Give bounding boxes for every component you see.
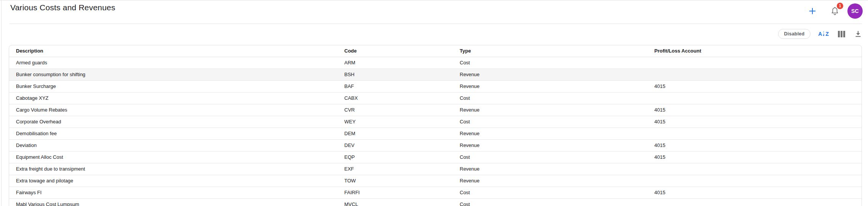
toolbar: Disabled A Z [778, 29, 862, 39]
column-header-description[interactable]: Description [9, 45, 337, 57]
cell-description: Corporate Overhead [9, 116, 337, 128]
cell-description: Fairways FI [9, 187, 337, 198]
cell-code: EXF [337, 163, 453, 175]
cell-code: WEY [337, 116, 453, 128]
cell-profit-loss-account [647, 175, 862, 187]
cell-type: Cost [453, 198, 647, 206]
cell-profit-loss-account: 4015 [647, 139, 862, 151]
table-row[interactable]: Armed guardsARMCost [9, 57, 862, 69]
cell-code: EQP [337, 151, 453, 163]
cell-description: Bunker Surcharge [9, 80, 337, 92]
cell-code: ARM [337, 57, 453, 69]
cell-description: Extra towage and pilotage [9, 175, 337, 187]
sort-letter-z: Z [825, 31, 829, 37]
avatar[interactable]: SC [847, 3, 863, 19]
data-table: Description Code Type Profit/Loss Accoun… [9, 45, 862, 206]
cell-type: Cost [453, 151, 647, 163]
cell-profit-loss-account: 4015 [647, 104, 862, 116]
table-row[interactable]: Corporate OverheadWEYCost4015 [9, 116, 862, 128]
cell-description: Extra freight due to transipment [9, 163, 337, 175]
cell-type: Cost [453, 116, 647, 128]
cell-type: Revenue [453, 80, 647, 92]
table-row[interactable]: Cabotage XYZCABXCost [9, 92, 862, 104]
column-header-profit-loss-account[interactable]: Profit/Loss Account [647, 45, 862, 57]
cell-profit-loss-account: 4015 [647, 116, 862, 128]
cell-description: Cargo Volume Rebates [9, 104, 337, 116]
cell-description: Equipment Alloc Cost [9, 151, 337, 163]
cell-profit-loss-account: 4015 [647, 80, 862, 92]
table-row[interactable]: Extra freight due to transipmentEXFReven… [9, 163, 862, 175]
cell-code: BAF [337, 80, 453, 92]
column-header-type[interactable]: Type [453, 45, 647, 57]
cell-type: Revenue [453, 163, 647, 175]
cell-profit-loss-account: 4015 [647, 187, 862, 198]
title-divider [10, 24, 862, 24]
table-row[interactable]: Mabl Various Cost LumpsumMVCLCost [9, 198, 862, 206]
sort-arrow-icon [822, 30, 825, 37]
cell-description: Demobilisation fee [9, 128, 337, 139]
cell-type: Revenue [453, 69, 647, 80]
page-title: Various Costs and Revenues [10, 3, 115, 12]
cell-code: MVCL [337, 198, 453, 206]
cell-profit-loss-account [647, 92, 862, 104]
cell-code: TOW [337, 175, 453, 187]
table-row[interactable]: Fairways FIFAIRFICost4015 [9, 187, 862, 198]
cell-type: Revenue [453, 104, 647, 116]
download-icon [854, 30, 862, 38]
column-header-code[interactable]: Code [337, 45, 453, 57]
cell-code: FAIRFI [337, 187, 453, 198]
table-row[interactable]: Equipment Alloc CostEQPCost4015 [9, 151, 862, 163]
cell-description: Mabl Various Cost Lumpsum [9, 198, 337, 206]
cell-description: Bunker consumption for shifting [9, 69, 337, 80]
table-row[interactable]: Demobilisation feeDEMRevenue [9, 128, 862, 139]
cell-code: CABX [337, 92, 453, 104]
table-row[interactable]: DeviationDEVRevenue4015 [9, 139, 862, 151]
columns-button[interactable] [838, 31, 845, 37]
sort-letter-a: A [818, 31, 822, 37]
cell-type: Revenue [453, 128, 647, 139]
cell-profit-loss-account [647, 198, 862, 206]
cell-description: Deviation [9, 139, 337, 151]
table-row[interactable]: Bunker SurchargeBAFRevenue4015 [9, 80, 862, 92]
cell-code: DEM [337, 128, 453, 139]
cell-profit-loss-account [647, 69, 862, 80]
table-row[interactable]: Cargo Volume RebatesCVRRevenue4015 [9, 104, 862, 116]
cell-description: Armed guards [9, 57, 337, 69]
cell-profit-loss-account [647, 163, 862, 175]
panel-left-border [1, 0, 2, 206]
notifications-button[interactable]: 1 [830, 5, 840, 17]
download-button[interactable] [854, 30, 862, 38]
add-button[interactable] [808, 6, 817, 16]
cell-code: BSH [337, 69, 453, 80]
table-header-row: Description Code Type Profit/Loss Accoun… [9, 45, 862, 57]
plus-icon [808, 7, 817, 15]
cell-type: Revenue [453, 175, 647, 187]
cell-profit-loss-account [647, 57, 862, 69]
cell-code: CVR [337, 104, 453, 116]
cell-type: Revenue [453, 139, 647, 151]
header-actions: 1 SC [808, 3, 863, 19]
cell-code: DEV [337, 139, 453, 151]
cell-profit-loss-account [647, 128, 862, 139]
cell-type: Cost [453, 57, 647, 69]
table-body: Armed guardsARMCostBunker consumption fo… [9, 57, 862, 206]
notification-badge: 1 [837, 3, 843, 9]
columns-icon [838, 31, 845, 37]
disabled-filter-button[interactable]: Disabled [778, 29, 811, 39]
table-row[interactable]: Extra towage and pilotageTOWRevenue [9, 175, 862, 187]
cell-type: Cost [453, 92, 647, 104]
table-row[interactable]: Bunker consumption for shiftingBSHRevenu… [9, 69, 862, 80]
cell-type: Cost [453, 187, 647, 198]
cell-description: Cabotage XYZ [9, 92, 337, 104]
sort-alphabetical-button[interactable]: A Z [818, 30, 829, 37]
cell-profit-loss-account: 4015 [647, 151, 862, 163]
